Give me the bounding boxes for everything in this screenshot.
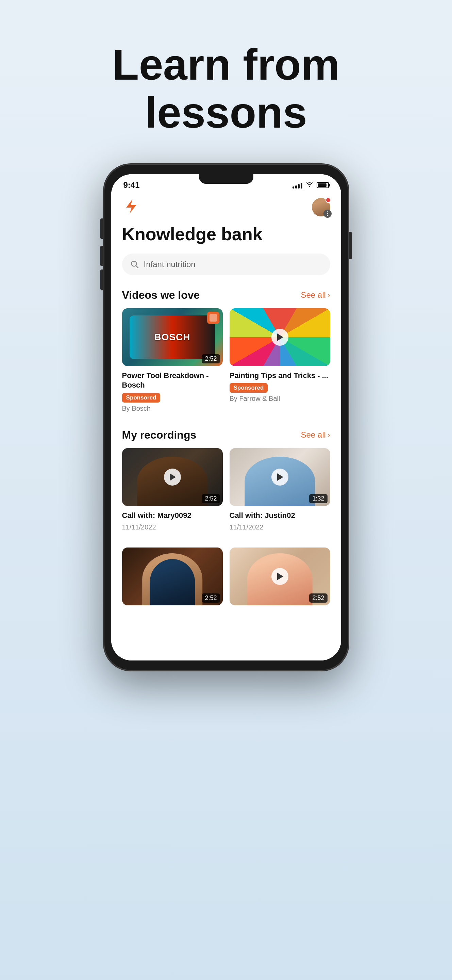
signal-bars-icon: [292, 182, 302, 189]
page-title: Knowledge bank: [122, 224, 330, 244]
phone-device: 9:41: [104, 164, 349, 671]
play-button-2[interactable]: [271, 329, 289, 346]
play-button-rec-1[interactable]: [164, 469, 181, 485]
hero-section: Learn from lessons: [0, 0, 452, 164]
videos-row: BOSCH 2:52 Power Tool Breakdown - Bosch …: [122, 308, 330, 412]
video-duration-1: 2:52: [202, 354, 220, 363]
videos-see-all-button[interactable]: See all ›: [301, 290, 330, 300]
play-icon-rec-2: [277, 473, 283, 481]
recordings-chevron-icon: ›: [328, 431, 330, 439]
play-button-rec-4[interactable]: [271, 568, 289, 585]
play-icon-rec-4: [277, 573, 283, 580]
phone-screen: 9:41: [111, 174, 341, 660]
recording-title-2: Call with: Justin02: [230, 511, 330, 520]
phone-outer-shell: 9:41: [104, 164, 349, 671]
video-title-1: Power Tool Breakdown - Bosch: [122, 371, 223, 390]
sponsored-label-2: Sponsored: [230, 383, 268, 393]
recording-thumb-2: 1:32: [230, 448, 330, 506]
wifi-icon: [306, 181, 313, 189]
battery-icon: [317, 182, 329, 188]
play-triangle-icon: [277, 334, 283, 341]
recordings-see-all-button[interactable]: See all ›: [301, 430, 330, 440]
recording-card-4[interactable]: 2:52: [230, 547, 330, 610]
videos-section: Videos we love See all › BOSCH: [122, 289, 330, 412]
recording-duration-1: 2:52: [202, 494, 220, 503]
notification-badge: [325, 197, 331, 203]
recording-thumb-4: 2:52: [230, 547, 330, 605]
recording-duration-4: 2:52: [309, 593, 327, 603]
search-bar[interactable]: Infant nutrition: [122, 253, 330, 275]
recording-date-2: 11/11/2022: [230, 523, 330, 531]
sponsored-label-1: Sponsored: [122, 393, 160, 402]
user-avatar[interactable]: [312, 198, 330, 216]
video-card-2[interactable]: Painting Tips and Tricks - ... Sponsored…: [230, 308, 330, 412]
status-icons: [292, 181, 329, 189]
videos-section-header: Videos we love See all ›: [122, 289, 330, 301]
play-button-rec-2[interactable]: [271, 469, 289, 485]
hero-title: Learn from lessons: [21, 41, 431, 137]
recording-title-1: Call with: Mary0092: [122, 511, 223, 520]
recording-card-2[interactable]: 1:32 Call with: Justin02 11/11/2022: [230, 448, 330, 531]
video-card-1[interactable]: BOSCH 2:52 Power Tool Breakdown - Bosch …: [122, 308, 223, 412]
recording-duration-3: 2:52: [202, 593, 220, 603]
sponsored-badge-1: [207, 312, 219, 324]
phone-notch: [199, 174, 254, 184]
recordings-bottom-row: 2:52 2:52: [122, 547, 330, 610]
menu-icon[interactable]: [324, 210, 331, 218]
video-author-2: By Farrow & Ball: [230, 395, 330, 402]
video-author-1: By Bosch: [122, 404, 223, 412]
video-title-2: Painting Tips and Tricks - ...: [230, 371, 330, 381]
recording-card-3[interactable]: 2:52: [122, 547, 223, 610]
status-time: 9:41: [124, 180, 140, 190]
search-placeholder: Infant nutrition: [144, 259, 195, 269]
recordings-section: My recordings See all ›: [122, 429, 330, 610]
app-logo[interactable]: [122, 198, 139, 216]
video-thumb-1: BOSCH 2:52: [122, 308, 223, 366]
videos-see-all-label: See all: [301, 290, 325, 300]
hero-line1: Learn from: [112, 40, 340, 89]
chevron-right-icon: ›: [328, 291, 330, 299]
app-header: [122, 192, 330, 224]
app-content: Knowledge bank Infant nutrition Videos w…: [111, 192, 341, 660]
bottom-spacer: [122, 627, 330, 647]
recordings-see-all-label: See all: [301, 430, 325, 440]
recordings-top-row: 2:52 Call with: Mary0092 11/11/2022: [122, 448, 330, 531]
recording-date-1: 11/11/2022: [122, 523, 223, 531]
recording-thumb-3: 2:52: [122, 547, 223, 605]
tool-image: BOSCH: [130, 315, 215, 359]
recordings-section-title: My recordings: [122, 429, 197, 441]
hero-line2: lessons: [145, 88, 307, 137]
recording-duration-2: 1:32: [309, 494, 327, 503]
play-icon-rec-1: [170, 473, 176, 481]
recording-card-1[interactable]: 2:52 Call with: Mary0092 11/11/2022: [122, 448, 223, 531]
search-icon: [130, 260, 139, 269]
recordings-section-header: My recordings See all ›: [122, 429, 330, 441]
recording-thumb-1: 2:52: [122, 448, 223, 506]
video-thumb-2: [230, 308, 330, 366]
videos-section-title: Videos we love: [122, 289, 200, 301]
